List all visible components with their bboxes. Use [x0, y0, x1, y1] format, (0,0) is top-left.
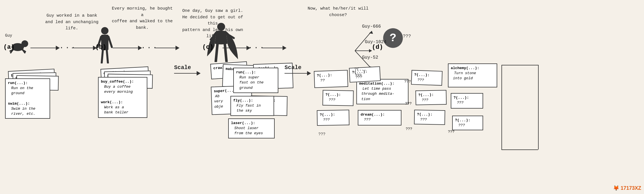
card-c-fly: fly(...): Fly fast in the sky	[230, 96, 274, 116]
svg-line-9	[108, 37, 112, 47]
arrow-a2	[72, 46, 97, 50]
watermark-text: 17173XZ	[621, 185, 641, 191]
arrow-c1	[223, 46, 250, 50]
card-d-5: ?(...): ???	[411, 70, 443, 86]
svg-line-11	[107, 50, 108, 63]
card-d-6: ?(...): ???	[416, 90, 447, 105]
scale-label-1: Scale	[174, 64, 191, 71]
card-b-front: buy_coffee(..): Buy a coffee every morni…	[98, 77, 147, 118]
svg-line-10	[102, 50, 103, 63]
ques-float-5: ???	[406, 127, 412, 131]
card-d-2: ?(...): ???	[323, 90, 354, 106]
svg-point-6	[101, 27, 108, 34]
ques-float-2: ???	[355, 73, 361, 78]
narrative-b: Every morning, he bought acoffee and wal…	[110, 6, 175, 31]
section-a-label: (a)	[3, 44, 15, 51]
ques-float-4: ???	[405, 102, 412, 106]
arrow-c2	[261, 46, 287, 50]
svg-point-12	[217, 23, 225, 31]
scale-arrow-2	[285, 71, 311, 76]
card-d-meditation: meditation(...): Let time pass through m…	[356, 79, 408, 104]
card-d-1: ?(...): ??	[314, 70, 348, 88]
watermark: 🦊 17173XZ	[613, 185, 641, 191]
card-d-dream: dream(...): ???	[358, 110, 401, 125]
ques-float-3: ???	[404, 80, 411, 84]
card-a-front: run(...): Run on the ground swim(...): S…	[5, 78, 50, 119]
scale-label-2: Scale	[285, 64, 301, 71]
section-b-label: (b)	[95, 44, 106, 51]
card-d-8: ?(...): ???	[451, 93, 483, 109]
ques-float-1: ?(...	[354, 67, 366, 72]
border-line-2	[538, 65, 539, 149]
superhero-silhouette	[206, 23, 239, 62]
arrow-b1	[113, 46, 142, 50]
narrative-d: Now, what he/her/it will choose?	[301, 6, 375, 18]
d-ques-top: ???	[403, 34, 411, 39]
svg-line-13	[216, 44, 217, 61]
border-line-1	[501, 65, 502, 149]
svg-marker-20	[369, 49, 372, 52]
watermark-icon: 🦊	[613, 185, 619, 191]
ques-float-6: ???	[448, 130, 454, 134]
card-d-7: ?(...): ???	[414, 110, 445, 125]
d-ques-1: ???	[318, 132, 325, 136]
scale-arrow-1	[174, 71, 201, 76]
arrow-b2	[154, 46, 179, 50]
border-top-1	[501, 65, 538, 65]
section-c-label: (c)	[202, 44, 214, 51]
card-c-run: run(...): Run super fast on the ground	[233, 68, 278, 93]
main-container: Guy worked in a bank and led an unchangi…	[0, 0, 644, 194]
card-c-laser: laser(...): Shoot laser from the eyes	[228, 118, 275, 138]
card-d-9: ?(...): ???	[452, 116, 483, 130]
card-d-alchemy: alchemy(...): Turn stone into gold	[448, 63, 497, 87]
svg-line-17	[355, 31, 372, 51]
border-bot-1	[501, 149, 538, 150]
card-d-3: ?(...): ???	[317, 110, 350, 126]
arrow-a1	[30, 46, 60, 50]
narrative-a: Guy worked in a bank and led an unchangi…	[44, 13, 100, 32]
